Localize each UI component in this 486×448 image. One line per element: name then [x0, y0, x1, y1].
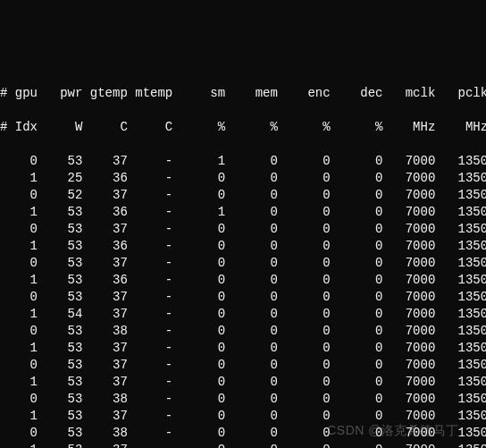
table-row: 0 53 37 - 0 0 0 0 7000 1350: [0, 255, 486, 272]
table-row: 0 53 38 - 0 0 0 0 7000 1350: [0, 391, 486, 408]
table-row: 1 53 36 - 0 0 0 0 7000 1350: [0, 272, 486, 289]
data-rows: 0 53 37 - 1 0 0 0 7000 1350 1 25 36 - 0 …: [0, 153, 486, 448]
table-row: 0 53 37 - 0 0 0 0 7000 1350: [0, 221, 486, 238]
table-row: 0 53 38 - 0 0 0 0 7000 1350: [0, 425, 486, 442]
table-row: 1 53 37 - 0 0 0 0 7000 1350: [0, 340, 486, 357]
table-row: 1 53 37 - 0 0 0 0 7000 1350: [0, 374, 486, 391]
table-row: 0 53 37 - 1 0 0 0 7000 1350: [0, 153, 486, 170]
table-row: 0 53 37 - 0 0 0 0 7000 1350: [0, 357, 486, 374]
table-row: 1 25 36 - 0 0 0 0 7000 1350: [0, 170, 486, 187]
header-row-1: # gpu pwr gtemp mtemp sm mem enc dec mcl…: [0, 85, 486, 102]
table-row: 1 53 36 - 0 0 0 0 7000 1350: [0, 238, 486, 255]
table-row: 0 53 37 - 0 0 0 0 7000 1350: [0, 289, 486, 306]
table-row: 1 53 37 - 0 0 0 0 7000 1350: [0, 408, 486, 425]
table-row: 1 53 37 - 0 0 0 0 7000 1350: [0, 442, 486, 448]
table-row: 0 52 37 - 0 0 0 0 7000 1350: [0, 187, 486, 204]
terminal-output: # gpu pwr gtemp mtemp sm mem enc dec mcl…: [0, 68, 486, 448]
table-row: 0 53 38 - 0 0 0 0 7000 1350: [0, 323, 486, 340]
table-row: 1 54 37 - 0 0 0 0 7000 1350: [0, 306, 486, 323]
header-row-2: # Idx W C C % % % % MHz MHz: [0, 119, 486, 136]
table-row: 1 53 36 - 1 0 0 0 7000 1350: [0, 204, 486, 221]
